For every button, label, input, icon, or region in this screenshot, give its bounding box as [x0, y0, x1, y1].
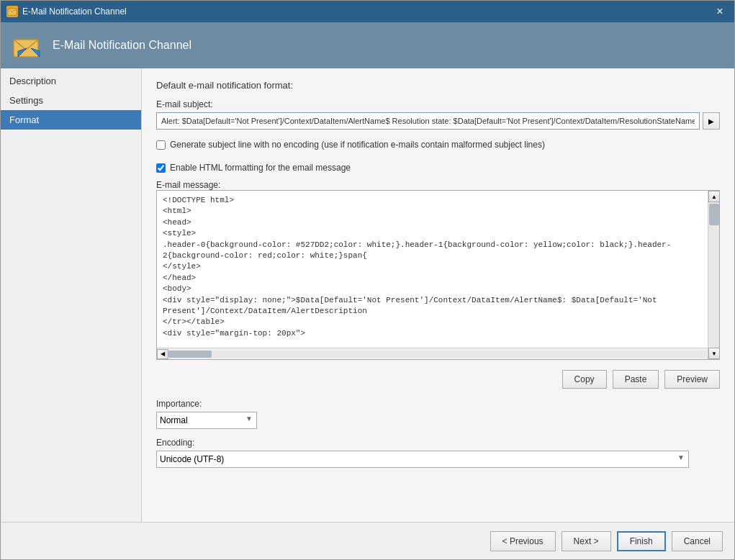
importance-label: Importance: [156, 399, 720, 409]
hscroll-thumb[interactable] [168, 351, 212, 358]
hscroll-left-btn[interactable]: ◀ [157, 349, 168, 359]
html-format-label: Enable HTML formatting for the email mes… [170, 163, 351, 173]
previous-button[interactable]: < Previous [490, 531, 556, 551]
paste-button[interactable]: Paste [613, 370, 659, 389]
encoding-select-wrapper: Unicode (UTF-8) ASCII UTF-16 ISO-8859-1 [156, 451, 689, 468]
message-area-wrapper: ▲ ▼ ◀ ▶ [156, 190, 720, 360]
email-message-textarea[interactable] [157, 191, 708, 348]
preview-button[interactable]: Preview [664, 370, 720, 389]
app-icon [12, 31, 41, 60]
hscroll-track[interactable] [168, 351, 708, 358]
scroll-track[interactable] [708, 202, 719, 348]
importance-row: Importance: Normal High Low [156, 399, 720, 429]
header-bar: E-Mail Notification Channel [1, 22, 734, 68]
horizontal-scrollbar[interactable]: ◀ ▶ [157, 348, 719, 359]
main-content: Default e-mail notification format: E-ma… [142, 68, 734, 522]
no-encoding-label: Generate subject line with no encoding (… [170, 140, 545, 150]
scroll-down-btn[interactable]: ▼ [708, 348, 720, 359]
encoding-select[interactable]: Unicode (UTF-8) ASCII UTF-16 ISO-8859-1 [156, 451, 689, 468]
vertical-scrollbar[interactable]: ▲ ▼ [708, 191, 719, 359]
email-message-label: E-mail message: [156, 180, 220, 190]
html-format-checkbox[interactable] [156, 163, 166, 173]
importance-select[interactable]: Normal High Low [156, 412, 257, 429]
sidebar: Description Settings Format [1, 68, 142, 522]
sidebar-item-settings[interactable]: Settings [1, 91, 141, 110]
content-area: Description Settings Format Default e-ma… [1, 68, 734, 522]
subject-browse-button[interactable]: ▶ [703, 112, 720, 130]
sidebar-item-description[interactable]: Description [1, 71, 141, 91]
title-bar-left: E-Mail Notification Channel [6, 6, 127, 17]
no-encoding-checkbox[interactable] [156, 140, 166, 150]
subject-row: ▶ [156, 112, 720, 130]
close-button[interactable]: × [711, 3, 729, 20]
action-buttons-row: Copy Paste Preview [156, 370, 720, 389]
header-title: E-Mail Notification Channel [53, 39, 191, 52]
section-label: Default e-mail notification format: [156, 80, 720, 91]
no-encoding-row: Generate subject line with no encoding (… [156, 140, 720, 150]
sidebar-item-format[interactable]: Format [1, 110, 141, 130]
bottom-bar: < Previous Next > Finish Cancel [1, 522, 734, 559]
scroll-up-btn[interactable]: ▲ [708, 191, 720, 202]
finish-button[interactable]: Finish [617, 531, 666, 551]
window: E-Mail Notification Channel × E-Mail Not… [0, 0, 735, 560]
email-subject-group: E-mail subject: ▶ [156, 99, 720, 130]
title-bar-text: E-Mail Notification Channel [22, 6, 127, 17]
encoding-label: Encoding: [156, 438, 720, 448]
copy-button[interactable]: Copy [562, 370, 607, 389]
cancel-button[interactable]: Cancel [672, 531, 723, 551]
title-bar: E-Mail Notification Channel × [1, 1, 734, 22]
importance-select-wrapper: Normal High Low [156, 412, 257, 429]
window-icon [6, 6, 18, 17]
next-button[interactable]: Next > [562, 531, 611, 551]
html-format-row: Enable HTML formatting for the email mes… [156, 163, 720, 173]
scroll-thumb[interactable] [709, 204, 719, 225]
email-subject-label: E-mail subject: [156, 99, 720, 109]
encoding-row: Encoding: Unicode (UTF-8) ASCII UTF-16 I… [156, 438, 720, 468]
email-subject-input[interactable] [156, 112, 700, 130]
email-message-group: E-mail message: ▲ ▼ ◀ [156, 180, 720, 360]
